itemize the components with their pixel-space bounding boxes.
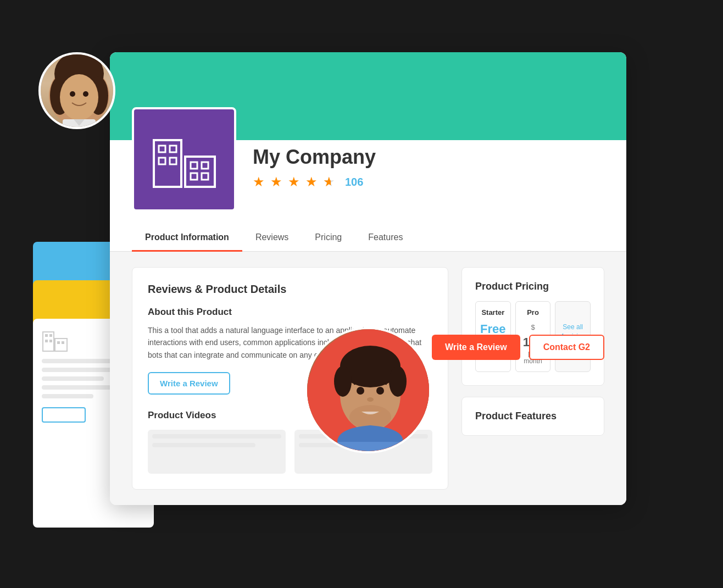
company-logo (132, 107, 236, 212)
svg-rect-21 (170, 158, 176, 164)
placeholder-line (42, 394, 93, 398)
svg-rect-1 (45, 334, 48, 337)
tab-product-information[interactable]: Product Information (132, 225, 242, 252)
svg-rect-20 (159, 158, 165, 164)
svg-point-13 (70, 91, 75, 97)
svg-rect-5 (55, 339, 67, 351)
svg-rect-4 (49, 340, 52, 342)
svg-point-33 (357, 387, 364, 395)
svg-rect-22 (185, 157, 215, 187)
svg-point-14 (83, 91, 88, 97)
star-half: ★ ★ (323, 174, 338, 190)
svg-point-12 (60, 74, 98, 120)
svg-rect-23 (191, 162, 197, 169)
tab-pricing[interactable]: Pricing (302, 225, 355, 252)
svg-rect-26 (202, 173, 208, 180)
about-product-title: About this Product (148, 307, 432, 318)
video-thumb-1 (148, 430, 286, 474)
write-review-outline-button[interactable]: Write a Review (148, 372, 230, 395)
star-2: ★ (270, 174, 286, 190)
bg-card-button (42, 407, 86, 423)
action-buttons: Write a Review Contact G2 (432, 335, 604, 360)
woman-face (41, 54, 113, 127)
company-name: My Company (253, 146, 604, 169)
avatar-man (305, 327, 431, 453)
building-logo-icon (151, 129, 217, 190)
tier-starter-price: Free (480, 323, 506, 335)
avatar-woman (38, 52, 115, 129)
svg-rect-3 (45, 340, 48, 342)
svg-point-31 (334, 366, 352, 397)
write-review-button[interactable]: Write a Review (432, 335, 520, 360)
svg-rect-24 (202, 162, 208, 169)
company-section: My Company ★ ★ ★ ★ ★ ★ 106 (110, 107, 626, 212)
tier-starter-name: Starter (480, 308, 506, 317)
star-1: ★ (253, 174, 268, 190)
company-info: My Company ★ ★ ★ ★ ★ ★ 106 (253, 107, 604, 201)
star-4: ★ (305, 174, 321, 190)
tier-pro-dollar-sign: $ (531, 323, 535, 331)
tab-reviews[interactable]: Reviews (242, 225, 302, 252)
svg-rect-7 (62, 341, 64, 344)
svg-rect-6 (57, 341, 60, 344)
nav-tabs: Product Information Reviews Pricing Feat… (110, 225, 626, 252)
star-rating: ★ ★ ★ ★ ★ ★ (253, 174, 338, 190)
features-card-title: Product Features (475, 411, 591, 422)
reviews-section-title: Reviews & Product Details (148, 283, 432, 296)
tier-pro-name: Pro (520, 308, 546, 317)
man-avatar-svg (307, 329, 431, 453)
svg-point-32 (389, 366, 407, 397)
svg-point-35 (367, 397, 374, 402)
placeholder-line (42, 376, 104, 381)
contact-g2-button[interactable]: Contact G2 (529, 335, 604, 360)
woman-avatar-svg (41, 54, 115, 129)
rating-row: ★ ★ ★ ★ ★ ★ 106 (253, 174, 604, 190)
svg-rect-2 (49, 334, 52, 337)
svg-rect-25 (191, 173, 197, 180)
man-face (307, 329, 429, 451)
bg-building-icon (42, 328, 69, 352)
star-3: ★ (288, 174, 303, 190)
pricing-card-title: Product Pricing (475, 281, 591, 292)
tab-features[interactable]: Features (355, 225, 416, 252)
review-count: 106 (345, 176, 363, 188)
svg-rect-19 (170, 146, 176, 152)
svg-point-34 (376, 387, 384, 395)
pricing-card: Product Pricing Starter Free Pro $ 175 p… (461, 267, 604, 386)
right-panel: Product Pricing Starter Free Pro $ 175 p… (461, 267, 604, 490)
features-card: Product Features (461, 397, 604, 436)
svg-rect-18 (159, 146, 165, 152)
